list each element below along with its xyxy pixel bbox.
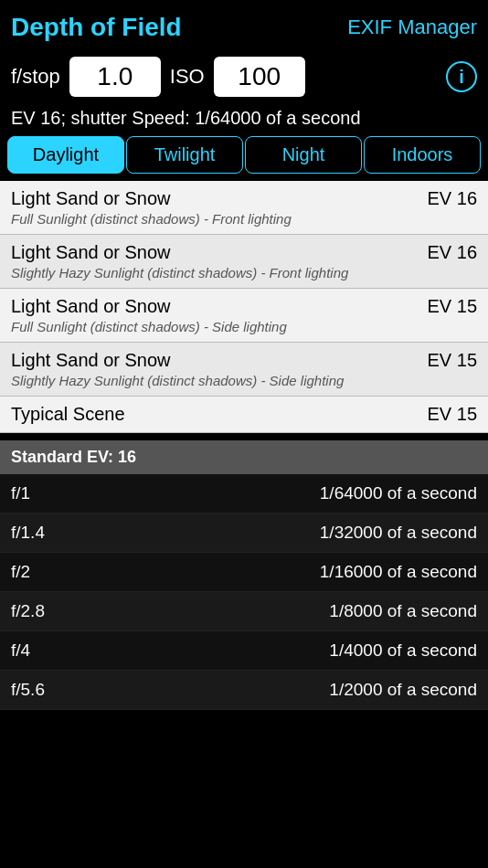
scene-list: Light Sand or SnowEV 16Full Sunlight (di…: [0, 181, 488, 433]
info-button[interactable]: i: [446, 61, 477, 92]
app-title: Depth of Field: [11, 13, 182, 42]
scene-name: Light Sand or Snow: [11, 350, 171, 371]
table-row: f/1.41/32000 of a second: [0, 513, 488, 553]
tab-night[interactable]: Night: [245, 136, 362, 174]
controls-row: f/stop ISO i: [0, 51, 488, 102]
scene-ev: EV 16: [428, 188, 477, 209]
table-row: f/41/4000 of a second: [0, 631, 488, 671]
scene-ev: EV 15: [428, 404, 477, 425]
scene-desc: Slightly Hazy Sunlight (distinct shadows…: [11, 265, 477, 281]
scene-name: Light Sand or Snow: [11, 242, 171, 263]
ev-shutter: 1/16000 of a second: [320, 562, 477, 582]
scene-ev: EV 15: [428, 350, 477, 371]
scene-ev: EV 15: [428, 296, 477, 317]
scene-name: Light Sand or Snow: [11, 296, 171, 317]
scene-desc: Full Sunlight (distinct shadows) - Side …: [11, 319, 477, 334]
tab-daylight[interactable]: Daylight: [7, 136, 124, 174]
tab-bar: DaylightTwilightNightIndoors: [0, 136, 488, 181]
ev-fstop: f/1: [11, 483, 30, 503]
table-row: f/5.61/2000 of a second: [0, 671, 488, 710]
ev-shutter: 1/2000 of a second: [329, 680, 477, 700]
tab-indoors[interactable]: Indoors: [364, 136, 481, 174]
ev-shutter: 1/64000 of a second: [320, 483, 477, 503]
fstop-label: f/stop: [11, 65, 60, 89]
table-row: f/11/64000 of a second: [0, 474, 488, 513]
ev-fstop: f/2.8: [11, 601, 45, 621]
scene-desc: Slightly Hazy Sunlight (distinct shadows…: [11, 373, 477, 388]
scene-name: Typical Scene: [11, 404, 125, 425]
ev-status: EV 16; shutter Speed: 1/64000 of a secon…: [0, 102, 488, 136]
header: Depth of Field EXIF Manager: [0, 0, 488, 51]
ev-table: Standard EV: 16 f/11/64000 of a secondf/…: [0, 440, 488, 710]
iso-label: ISO: [170, 65, 205, 89]
scene-item[interactable]: Typical SceneEV 15: [0, 397, 488, 433]
ev-fstop: f/4: [11, 640, 30, 661]
scene-desc: Full Sunlight (distinct shadows) - Front…: [11, 211, 477, 227]
scene-item[interactable]: Light Sand or SnowEV 15Slightly Hazy Sun…: [0, 343, 488, 397]
ev-shutter: 1/8000 of a second: [329, 601, 477, 621]
ev-table-rows: f/11/64000 of a secondf/1.41/32000 of a …: [0, 474, 488, 710]
scene-name: Light Sand or Snow: [11, 188, 171, 209]
ev-shutter: 1/32000 of a second: [320, 523, 477, 543]
ev-fstop: f/2: [11, 562, 30, 582]
ev-table-header: Standard EV: 16: [0, 440, 488, 474]
ev-fstop: f/5.6: [11, 680, 45, 700]
scene-item[interactable]: Light Sand or SnowEV 15Full Sunlight (di…: [0, 289, 488, 343]
table-row: f/2.81/8000 of a second: [0, 592, 488, 631]
iso-input[interactable]: [214, 57, 305, 97]
fstop-input[interactable]: [69, 57, 161, 97]
ev-fstop: f/1.4: [11, 523, 45, 543]
scene-item[interactable]: Light Sand or SnowEV 16Slightly Hazy Sun…: [0, 235, 488, 289]
info-icon: i: [459, 67, 464, 88]
ev-shutter: 1/4000 of a second: [329, 640, 477, 661]
scene-ev: EV 16: [428, 242, 477, 263]
exif-manager-link[interactable]: EXIF Manager: [347, 16, 477, 39]
tab-twilight[interactable]: Twilight: [126, 136, 243, 174]
table-row: f/21/16000 of a second: [0, 553, 488, 592]
scene-item[interactable]: Light Sand or SnowEV 16Full Sunlight (di…: [0, 181, 488, 235]
